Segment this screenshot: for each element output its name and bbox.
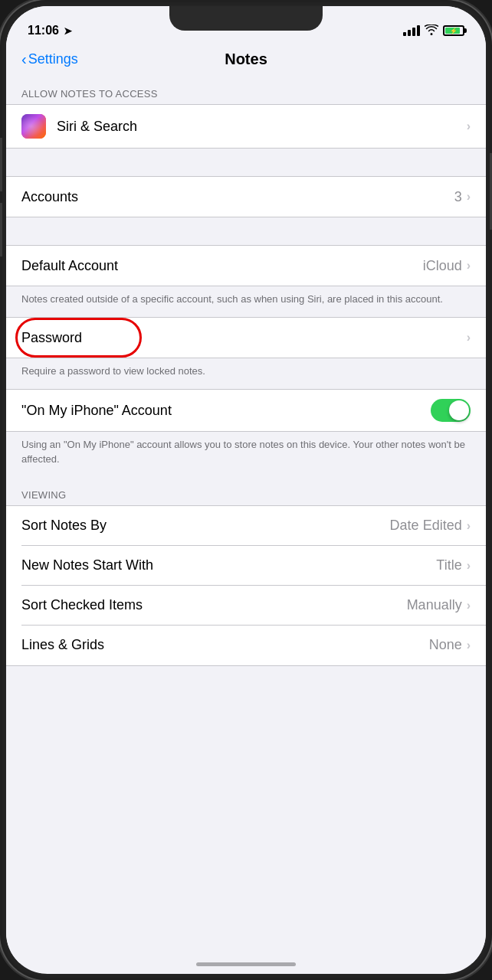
content-area: ALLOW NOTES TO ACCESS Siri & Search › Ac… bbox=[6, 76, 486, 963]
sort-checked-items-item[interactable]: Sort Checked Items Manually › bbox=[6, 586, 486, 626]
siri-search-label: Siri & Search bbox=[57, 119, 467, 135]
spacer-1 bbox=[6, 149, 486, 176]
allow-access-section: ALLOW NOTES TO ACCESS Siri & Search › bbox=[6, 76, 486, 149]
nav-bar: ‹ Settings Notes bbox=[6, 44, 486, 76]
notch bbox=[169, 6, 323, 31]
spacer-2 bbox=[6, 217, 486, 245]
new-notes-start-with-item[interactable]: New Notes Start With Title › bbox=[6, 546, 486, 586]
accounts-value: 3 bbox=[454, 189, 462, 205]
password-chevron: › bbox=[467, 331, 471, 345]
back-label: Settings bbox=[28, 51, 78, 67]
password-label: Password bbox=[21, 330, 467, 346]
sort-notes-by-chevron: › bbox=[467, 519, 471, 533]
viewing-group: Sort Notes By Date Edited › New Notes St… bbox=[6, 505, 486, 666]
new-notes-start-with-chevron: › bbox=[467, 559, 471, 573]
default-account-description: Notes created outside of a specific acco… bbox=[6, 286, 486, 317]
sort-notes-by-label: Sort Notes By bbox=[21, 518, 390, 534]
siri-search-chevron: › bbox=[467, 119, 471, 133]
default-account-item[interactable]: Default Account iCloud › bbox=[6, 246, 486, 286]
signal-bar-2 bbox=[408, 30, 411, 36]
on-my-iphone-description: Using an "On My iPhone" account allows y… bbox=[6, 432, 486, 476]
sort-checked-items-chevron: › bbox=[467, 599, 471, 612]
location-icon: ➤ bbox=[64, 25, 72, 37]
wifi-icon bbox=[425, 24, 438, 38]
on-my-iphone-group: "On My iPhone" Account bbox=[6, 389, 486, 432]
password-item[interactable]: Password › bbox=[6, 318, 486, 358]
signal-bars bbox=[403, 25, 420, 36]
siri-icon bbox=[21, 114, 46, 139]
volume-up-button[interactable] bbox=[0, 138, 2, 191]
accounts-group: Accounts 3 › bbox=[6, 176, 486, 217]
back-button[interactable]: ‹ Settings bbox=[21, 51, 78, 68]
phone-frame: 11:06 ➤ bbox=[0, 0, 492, 980]
viewing-header: VIEWING bbox=[6, 477, 486, 505]
password-description: Require a password to view locked notes. bbox=[6, 358, 486, 389]
signal-bar-4 bbox=[417, 25, 420, 36]
default-account-chevron: › bbox=[467, 259, 471, 273]
sort-checked-items-label: Sort Checked Items bbox=[21, 597, 407, 613]
screen: 11:06 ➤ bbox=[6, 6, 486, 974]
accounts-label: Accounts bbox=[21, 189, 454, 205]
battery-icon: ⚡ bbox=[443, 25, 464, 36]
lines-grids-value: None bbox=[429, 637, 462, 653]
new-notes-start-with-label: New Notes Start With bbox=[21, 557, 436, 573]
sort-notes-by-item[interactable]: Sort Notes By Date Edited › bbox=[6, 506, 486, 546]
volume-down-button[interactable] bbox=[0, 203, 2, 256]
password-group: Password › bbox=[6, 317, 486, 358]
spacer-bottom bbox=[6, 666, 486, 694]
status-icons: ⚡ bbox=[403, 24, 464, 38]
siri-search-item[interactable]: Siri & Search › bbox=[6, 105, 486, 148]
siri-search-group: Siri & Search › bbox=[6, 104, 486, 149]
sort-notes-by-value: Date Edited bbox=[390, 518, 462, 534]
time-display: 11:06 bbox=[28, 24, 59, 38]
page-title: Notes bbox=[225, 51, 267, 68]
lines-grids-chevron: › bbox=[467, 639, 471, 652]
lines-grids-item[interactable]: Lines & Grids None › bbox=[6, 626, 486, 665]
status-time: 11:06 ➤ bbox=[28, 24, 72, 38]
home-indicator[interactable] bbox=[196, 962, 296, 966]
new-notes-start-with-value: Title bbox=[436, 557, 461, 573]
default-account-value: iCloud bbox=[423, 258, 462, 274]
default-account-label: Default Account bbox=[21, 258, 423, 274]
accounts-chevron: › bbox=[467, 190, 471, 204]
on-my-iphone-item[interactable]: "On My iPhone" Account bbox=[6, 390, 486, 431]
signal-bar-1 bbox=[403, 32, 406, 36]
lines-grids-label: Lines & Grids bbox=[21, 637, 429, 653]
on-my-iphone-label: "On My iPhone" Account bbox=[21, 403, 431, 419]
sort-checked-items-value: Manually bbox=[407, 597, 462, 613]
default-account-group: Default Account iCloud › bbox=[6, 245, 486, 286]
back-chevron-icon: ‹ bbox=[21, 51, 27, 68]
toggle-thumb bbox=[449, 400, 469, 420]
accounts-item[interactable]: Accounts 3 › bbox=[6, 177, 486, 217]
on-my-iphone-toggle[interactable] bbox=[431, 399, 471, 422]
signal-bar-3 bbox=[412, 28, 415, 36]
allow-access-header: ALLOW NOTES TO ACCESS bbox=[6, 76, 486, 104]
